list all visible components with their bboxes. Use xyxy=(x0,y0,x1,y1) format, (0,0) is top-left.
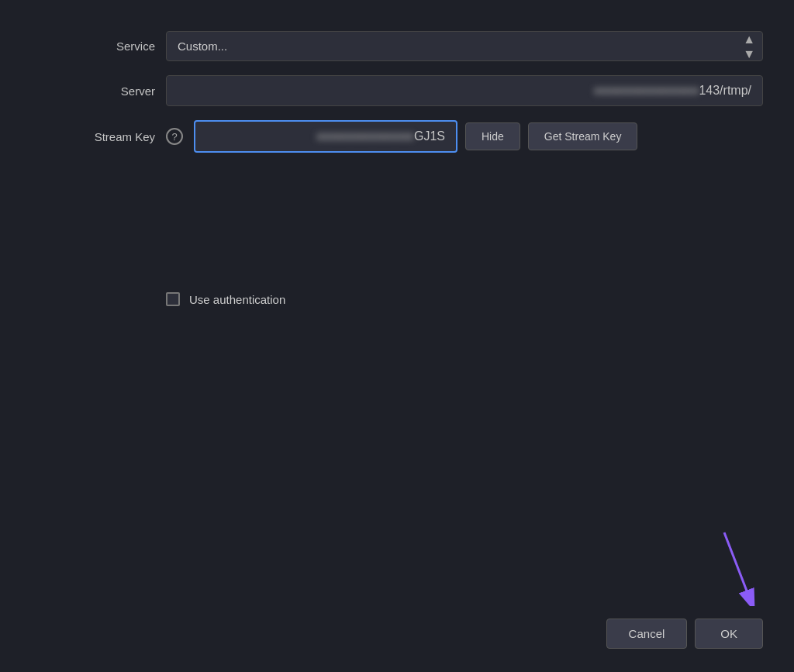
stream-key-label: Stream Key xyxy=(31,130,155,143)
bottom-section: Cancel OK xyxy=(606,529,763,649)
stream-key-input-container[interactable]: ●●●●●●●●●●●●● GJ1S xyxy=(194,120,457,153)
stream-key-control: ●●●●●●●●●●●●● GJ1S Hide Get Stream Key xyxy=(194,120,763,153)
svg-line-1 xyxy=(724,532,749,597)
stream-key-row: Stream Key ? ●●●●●●●●●●●●● GJ1S Hide Get… xyxy=(31,120,763,153)
get-stream-key-button[interactable]: Get Stream Key xyxy=(528,122,638,150)
form-section: Service Custom...TwitchYouTubeFacebook ▲… xyxy=(31,31,763,153)
ok-button[interactable]: OK xyxy=(695,619,763,649)
stream-key-visible-end: GJ1S xyxy=(414,129,445,143)
stream-key-help-icon[interactable]: ? xyxy=(166,128,183,145)
auth-section: Use authentication xyxy=(166,292,763,306)
stream-key-blurred: ●●●●●●●●●●●●● xyxy=(316,129,414,143)
server-label: Server xyxy=(31,84,155,98)
server-blurred-portion: ●●●●●●●●●●●●●● xyxy=(594,84,699,98)
service-control: Custom...TwitchYouTubeFacebook ▲ ▼ xyxy=(166,31,763,61)
service-select-wrapper: Custom...TwitchYouTubeFacebook ▲ ▼ xyxy=(166,31,763,61)
arrow-svg xyxy=(709,529,763,606)
bottom-buttons: Cancel OK xyxy=(606,619,763,649)
service-row: Service Custom...TwitchYouTubeFacebook ▲… xyxy=(31,31,763,61)
use-authentication-label: Use authentication xyxy=(189,293,285,306)
server-control: ●●●●●●●●●●●●●● 143/rtmp/ xyxy=(166,75,763,106)
server-input-container: ●●●●●●●●●●●●●● 143/rtmp/ xyxy=(166,75,763,106)
server-row: Server ●●●●●●●●●●●●●● 143/rtmp/ xyxy=(31,75,763,106)
use-authentication-checkbox[interactable] xyxy=(166,292,180,306)
service-label: Service xyxy=(31,40,155,53)
server-visible-end: 143/rtmp/ xyxy=(699,84,751,98)
hide-button[interactable]: Hide xyxy=(465,122,520,150)
service-select[interactable]: Custom...TwitchYouTubeFacebook xyxy=(166,31,763,61)
arrow-indicator xyxy=(709,529,763,609)
cancel-button[interactable]: Cancel xyxy=(606,619,688,649)
